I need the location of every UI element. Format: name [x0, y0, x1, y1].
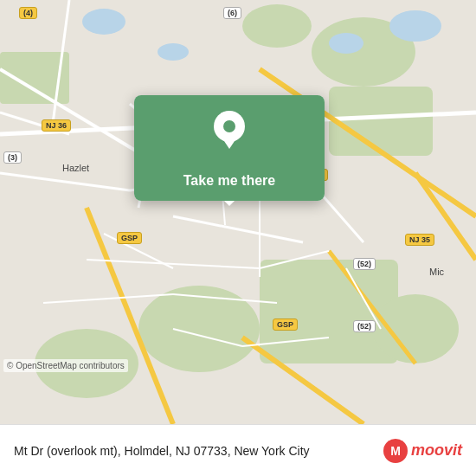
svg-point-10: [329, 33, 363, 54]
place-label-mic: Mic: [429, 267, 444, 277]
moovit-text: moovit: [411, 441, 462, 460]
road-label-nj4: (4): [19, 7, 37, 19]
road-label-nj35b: NJ 35: [405, 234, 434, 246]
road-label-nj36: NJ 36: [42, 119, 71, 132]
road-label-nj52a: (52): [353, 258, 376, 270]
location-pin-icon: [214, 111, 245, 149]
map-area[interactable]: (4) (3) (6) NJ 36 NJ 35 NJ 35 GSP GSP (5…: [0, 0, 476, 424]
road-label-gsp2: GSP: [273, 318, 298, 331]
svg-rect-3: [329, 87, 433, 156]
svg-point-11: [82, 9, 125, 35]
moovit-logo: M moovit: [376, 439, 462, 463]
svg-point-9: [389, 10, 441, 42]
moovit-icon: M: [383, 439, 408, 463]
svg-point-2: [242, 4, 312, 48]
take-me-there-button[interactable]: Take me there: [134, 161, 325, 201]
svg-point-12: [158, 43, 189, 61]
road-label-nj52b: (52): [353, 320, 376, 332]
map-attribution: © OpenStreetMap contributors: [3, 359, 128, 372]
bottom-bar: Mt Dr (overlook mt), Holmdel, NJ 07733, …: [0, 424, 476, 476]
road-label-gsp1: GSP: [117, 232, 142, 244]
road-label-nj6: (6): [223, 7, 241, 19]
popup-card: Take me there: [134, 95, 325, 201]
svg-point-7: [372, 294, 459, 363]
road-label-nj3: (3): [3, 151, 22, 164]
popup-top: [134, 95, 325, 161]
pin-circle: [214, 111, 245, 142]
app-container: (4) (3) (6) NJ 36 NJ 35 NJ 35 GSP GSP (5…: [0, 0, 476, 476]
pin-tail: [222, 138, 236, 149]
svg-point-5: [138, 286, 260, 372]
address-text: Mt Dr (overlook mt), Holmdel, NJ 07733, …: [14, 444, 376, 458]
place-label-hazlet: Hazlet: [62, 163, 89, 173]
